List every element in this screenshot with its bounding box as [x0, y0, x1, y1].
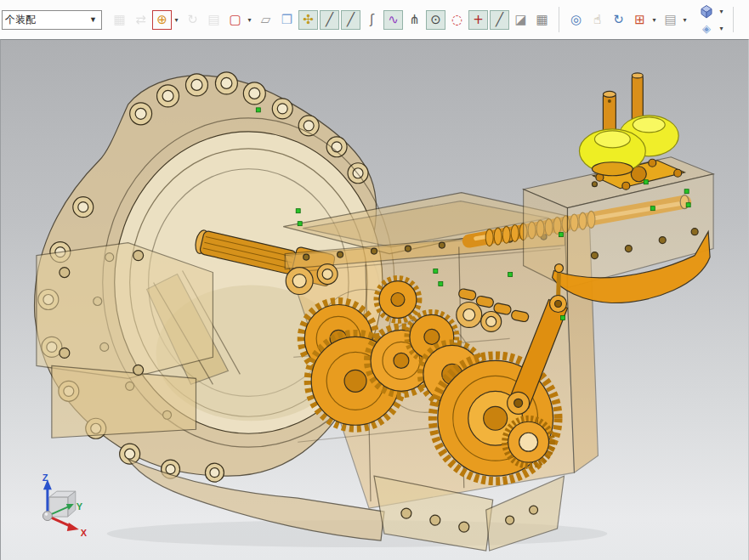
- section-eraser-icon: ▱: [261, 14, 271, 26]
- line-icon: ╱: [326, 14, 333, 26]
- line-point-button[interactable]: ╱: [341, 10, 360, 30]
- studio-spline-button[interactable]: ∿: [383, 10, 403, 30]
- view-button-stack: ▾◈▾: [695, 3, 727, 37]
- move-object-icon: ✣: [303, 14, 314, 26]
- assembly-scope-select[interactable]: 个装配 ▼: [2, 10, 102, 30]
- visualization-icon: ▤: [664, 14, 676, 26]
- point-on-curve-icon: ⋔: [409, 14, 420, 26]
- fit-view-button[interactable]: ⊞: [630, 10, 650, 30]
- point-icon: +: [473, 14, 484, 26]
- assembly-pattern-button[interactable]: ▤: [204, 10, 224, 30]
- move-component-button[interactable]: ⊕: [152, 10, 172, 30]
- circle-button[interactable]: ⊙: [426, 10, 445, 30]
- dropdown-caret-icon[interactable]: ▾: [718, 8, 725, 15]
- svg-text:Y: Y: [77, 501, 83, 512]
- isometric-view-button-row: ▾: [695, 3, 727, 20]
- x-axis[interactable]: X: [48, 516, 88, 538]
- visualization-button[interactable]: ▤: [661, 10, 680, 30]
- assembly-scope-value: 个装配: [3, 13, 36, 27]
- dropdown-caret-icon[interactable]: ▾: [718, 25, 725, 32]
- assembly-pattern-icon: ▤: [207, 14, 219, 26]
- svg-text:X: X: [81, 528, 88, 538]
- drag-component-icon: ↻: [187, 14, 198, 26]
- assembly-constraints-button[interactable]: ▦: [110, 10, 129, 30]
- spline-icon: ∿: [388, 14, 399, 26]
- rotate-view-icon: ↻: [613, 14, 624, 26]
- pan-button[interactable]: ☝: [587, 10, 607, 30]
- circle-icon: ⊙: [430, 14, 441, 26]
- dropdown-caret-icon[interactable]: ▾: [650, 16, 658, 24]
- model-canvas[interactable]: Y Z X: [1, 40, 748, 560]
- point-on-face-button[interactable]: ◪: [511, 10, 531, 30]
- combo-dropdown-icon[interactable]: ▼: [85, 15, 101, 24]
- show-section-button[interactable]: ▱: [256, 10, 275, 30]
- shift-housing[interactable]: [524, 73, 713, 303]
- isometric-view-button[interactable]: [696, 3, 717, 20]
- line-point-icon: ╱: [347, 14, 355, 26]
- graphics-viewport[interactable]: Y Z X: [0, 39, 749, 560]
- pan-hand-icon: ☝: [593, 14, 601, 26]
- zoom-region-icon: ◎: [570, 14, 582, 26]
- main-toolbar: 个装配 ▼ ▦⇄⊕▾↻▤▢▾▱❒✣╱╱ʃ∿⋔⊙◌+╱◪▦◎☝↻⊞▾▤▾▾◈▾: [0, 0, 749, 39]
- gearbox-model[interactable]: [35, 72, 714, 551]
- line-segment-icon: ╱: [496, 14, 503, 26]
- point-button[interactable]: +: [468, 10, 488, 30]
- select-rectangle-button[interactable]: ▢: [225, 10, 245, 30]
- point-set-button[interactable]: ▦: [532, 10, 552, 30]
- clip-section-icon: ❒: [281, 14, 292, 26]
- toolbar-items: ▦⇄⊕▾↻▤▢▾▱❒✣╱╱ʃ∿⋔⊙◌+╱◪▦◎☝↻⊞▾▤▾▾◈▾: [109, 0, 740, 39]
- move-object-button[interactable]: ✣: [298, 10, 318, 30]
- zoom-region-button[interactable]: ◎: [566, 10, 586, 30]
- rotate-view-button[interactable]: ↻: [609, 10, 628, 30]
- toolbar-separator: [733, 7, 734, 32]
- arc-button[interactable]: ʃ: [362, 10, 382, 30]
- isometric-cube-icon: [700, 4, 713, 19]
- toolbar-separator: [559, 7, 559, 32]
- dropdown-caret-icon[interactable]: ▾: [681, 16, 689, 24]
- circle-points-button[interactable]: ◌: [447, 10, 467, 30]
- view-triad[interactable]: Y Z X: [43, 472, 88, 538]
- selection-rectangle-icon: ▢: [229, 14, 241, 26]
- dropdown-caret-icon[interactable]: ▾: [173, 16, 180, 24]
- point-set-icon: ▦: [536, 14, 548, 26]
- render-style-button-row: ◈▾: [695, 20, 727, 37]
- edit-section-button[interactable]: ❒: [277, 10, 297, 30]
- line-button[interactable]: ╱: [320, 10, 339, 30]
- fit-grid-icon: ⊞: [634, 14, 645, 26]
- arc-icon: ʃ: [370, 14, 374, 26]
- point-on-face-icon: ◪: [514, 14, 526, 26]
- replace-component-button[interactable]: ⇄: [131, 10, 150, 30]
- move-component-icon: ⊕: [156, 14, 167, 26]
- render-style-button[interactable]: ◈: [696, 20, 717, 37]
- render-style-icon: ◈: [702, 23, 711, 34]
- dropdown-caret-icon[interactable]: ▾: [246, 16, 253, 24]
- point-on-curve-button[interactable]: ⋔: [405, 10, 424, 30]
- line-segment-button[interactable]: ╱: [490, 10, 509, 30]
- drag-component-button[interactable]: ↻: [183, 10, 202, 30]
- replace-component-icon: ⇄: [135, 14, 146, 26]
- svg-text:Z: Z: [43, 472, 48, 483]
- circle-points-icon: ◌: [451, 14, 462, 26]
- assembly-constraints-icon: ▦: [113, 14, 125, 26]
